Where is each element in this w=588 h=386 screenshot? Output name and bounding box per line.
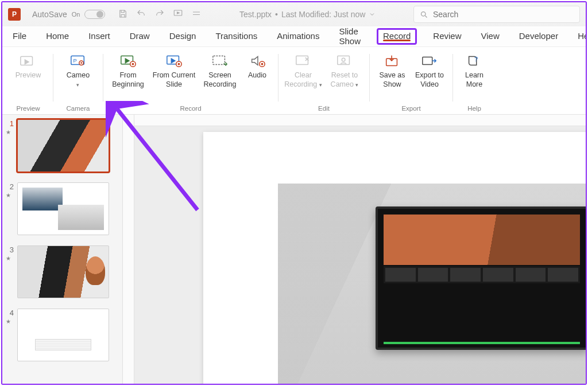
svg-point-18 bbox=[342, 58, 345, 61]
learn-more-icon: ? bbox=[465, 53, 484, 69]
clear-recording-icon bbox=[293, 53, 313, 69]
svg-rect-17 bbox=[338, 56, 350, 65]
group-export: Save as Show Export to Video Export bbox=[371, 50, 451, 114]
horizontal-ruler bbox=[134, 115, 586, 126]
clear-recording-button[interactable]: Clear Recording ▾ bbox=[284, 50, 322, 89]
animation-star-icon: ★ bbox=[6, 255, 14, 262]
preview-button[interactable]: Preview bbox=[9, 50, 47, 88]
tab-home[interactable]: Home bbox=[42, 29, 72, 44]
group-camera: P Cameo▾ Camera bbox=[55, 50, 102, 114]
animation-star-icon: ★ bbox=[6, 129, 14, 135]
app-window: AutoSave On Test.pptx • Last Modified: J… bbox=[1, 1, 587, 385]
slide-thumbnail-3[interactable] bbox=[17, 245, 109, 298]
toggle-switch-icon[interactable] bbox=[84, 10, 105, 19]
from-beginning-icon bbox=[118, 53, 138, 69]
slide-number: 2 bbox=[6, 182, 14, 191]
vertical-ruler bbox=[123, 115, 134, 384]
present-icon[interactable] bbox=[173, 9, 183, 21]
slide-thumbnail-2[interactable] bbox=[17, 182, 109, 235]
animation-star-icon: ★ bbox=[6, 192, 14, 198]
chevron-down-icon[interactable] bbox=[369, 11, 376, 18]
slide-number: 3 bbox=[6, 245, 14, 254]
group-label-help: Help bbox=[467, 104, 481, 114]
slide-thumbnail-1[interactable] bbox=[17, 119, 109, 172]
autosave-label: AutoSave bbox=[32, 10, 67, 19]
redo-icon[interactable] bbox=[154, 9, 165, 21]
undo-icon[interactable] bbox=[136, 9, 146, 21]
tab-file[interactable]: File bbox=[9, 29, 30, 44]
tab-review[interactable]: Review bbox=[430, 29, 465, 44]
from-beginning-button[interactable]: From Beginning bbox=[109, 50, 147, 89]
monitor-graphic bbox=[376, 206, 586, 350]
svg-point-6 bbox=[80, 62, 82, 64]
current-slide[interactable] bbox=[203, 132, 586, 384]
from-current-slide-button[interactable]: From Current Slide bbox=[150, 50, 198, 89]
autosave-toggle[interactable]: AutoSave On bbox=[32, 10, 105, 19]
reset-cameo-button[interactable]: Reset to Cameo ▾ bbox=[326, 50, 363, 89]
search-icon bbox=[420, 10, 428, 19]
svg-text:P: P bbox=[74, 58, 77, 64]
workspace: 1★ 2★ 3★ 4★ bbox=[2, 115, 586, 384]
save-as-show-icon bbox=[382, 53, 402, 69]
thumbnail-row-4[interactable]: 4★ bbox=[6, 309, 119, 361]
tab-developer[interactable]: Developer bbox=[516, 29, 562, 44]
group-label-export: Export bbox=[401, 104, 420, 114]
quick-access-toolbar bbox=[118, 9, 202, 21]
group-help: ? Learn More Help bbox=[454, 50, 494, 114]
svg-point-12 bbox=[178, 63, 180, 65]
svg-point-15 bbox=[261, 63, 264, 65]
canvas-background[interactable] bbox=[134, 126, 586, 384]
cameo-icon: P bbox=[68, 53, 88, 69]
ribbon-tabs: File Home Insert Draw Design Transitions… bbox=[2, 26, 586, 47]
filename-label: Test.pptx bbox=[239, 10, 272, 19]
tab-help[interactable]: Help bbox=[574, 29, 587, 44]
audio-button[interactable]: Audio bbox=[242, 50, 272, 88]
slide-canvas-area bbox=[123, 115, 586, 384]
svg-rect-20 bbox=[423, 57, 432, 64]
slide-thumbnail-4[interactable] bbox=[17, 309, 109, 361]
tab-transitions[interactable]: Transitions bbox=[212, 29, 261, 44]
powerpoint-app-icon bbox=[8, 8, 21, 21]
group-label-record: Record bbox=[180, 104, 201, 114]
group-label-edit: Edit bbox=[318, 104, 330, 114]
document-title: Test.pptx • Last Modified: Just now bbox=[205, 10, 410, 19]
group-preview: Preview Preview bbox=[5, 50, 52, 114]
thumbnail-row-2[interactable]: 2★ bbox=[6, 182, 119, 235]
audio-icon bbox=[247, 53, 267, 69]
tab-design[interactable]: Design bbox=[166, 29, 200, 44]
svg-rect-13 bbox=[213, 56, 225, 65]
group-label-camera: Camera bbox=[67, 104, 90, 114]
svg-point-9 bbox=[132, 63, 134, 65]
save-icon[interactable] bbox=[118, 9, 128, 21]
screen-recording-button[interactable]: Screen Recording bbox=[201, 50, 239, 89]
cameo-button[interactable]: P Cameo▾ bbox=[59, 50, 97, 89]
save-as-show-button[interactable]: Save as Show bbox=[376, 50, 409, 89]
svg-text:?: ? bbox=[474, 56, 478, 63]
tab-insert[interactable]: Insert bbox=[85, 29, 114, 44]
tab-view[interactable]: View bbox=[478, 29, 503, 44]
tab-record[interactable]: Record bbox=[377, 28, 417, 45]
tab-slideshow[interactable]: Slide Show bbox=[335, 24, 364, 49]
slide-number: 4 bbox=[6, 309, 14, 317]
title-bar: AutoSave On Test.pptx • Last Modified: J… bbox=[2, 2, 586, 26]
group-record: From Beginning From Current Slide Screen… bbox=[105, 50, 277, 114]
preview-icon bbox=[18, 53, 38, 69]
thumbnail-row-3[interactable]: 3★ bbox=[6, 245, 119, 298]
export-to-video-button[interactable]: Export to Video bbox=[412, 50, 447, 89]
export-video-icon bbox=[420, 53, 439, 69]
slide-thumbnail-panel[interactable]: 1★ 2★ 3★ 4★ bbox=[2, 115, 123, 384]
reset-cameo-icon bbox=[335, 53, 354, 69]
thumbnail-row-1[interactable]: 1★ bbox=[6, 119, 119, 172]
group-label-preview: Preview bbox=[17, 104, 40, 114]
search-input[interactable] bbox=[433, 10, 574, 19]
ribbon: Preview Preview P Cameo▾ Camera From Beg… bbox=[2, 47, 586, 115]
search-box[interactable] bbox=[413, 6, 580, 23]
tab-animations[interactable]: Animations bbox=[273, 29, 323, 44]
overflow-icon[interactable] bbox=[191, 9, 202, 21]
group-edit: Clear Recording ▾ Reset to Cameo ▾ Edit bbox=[280, 50, 368, 114]
learn-more-button[interactable]: ? Learn More bbox=[459, 50, 490, 89]
from-current-icon bbox=[164, 53, 184, 69]
chevron-down-icon: ▾ bbox=[76, 82, 79, 88]
animation-star-icon: ★ bbox=[6, 318, 14, 325]
tab-draw[interactable]: Draw bbox=[126, 29, 153, 44]
